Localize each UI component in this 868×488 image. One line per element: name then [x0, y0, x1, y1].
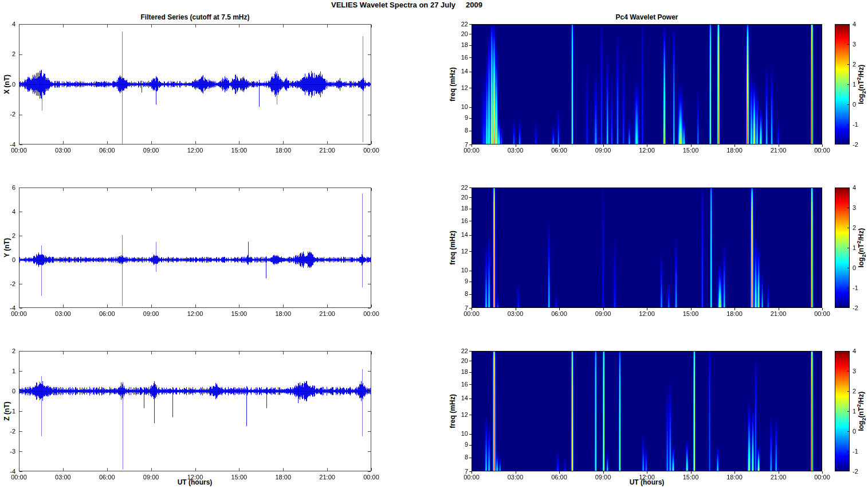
colorbar-tick-label: 4 [853, 184, 866, 192]
colorbar-tick-label: -2 [853, 141, 866, 149]
colorbar-tick-label: 2 [853, 388, 866, 395]
x-tick-label: 00:00 [7, 310, 30, 318]
freq-tick-label: 12 [452, 84, 468, 92]
freq-tick-label: 12 [452, 411, 468, 419]
filtered-series-y-plot-canvas [15, 184, 375, 311]
wavelet-spectra-figure: VELIES Wavelet Spectra on 27 July 2009 F… [0, 0, 868, 488]
freq-tick-label: 18 [452, 368, 468, 376]
freq-tick-label: 10 [452, 430, 468, 438]
freq-tick-label: 14 [452, 68, 468, 75]
freq-tick-label: 8 [452, 454, 468, 461]
x-tick-label: 15:00 [680, 310, 702, 318]
x-tick-label: 12:00 [184, 310, 207, 318]
colorbar-tick-label: -2 [853, 468, 866, 475]
x-tick-label: 00:00 [7, 474, 30, 481]
cb-label-sub: 2 [861, 91, 866, 93]
x-tick-label: 06:00 [96, 147, 119, 154]
colorbar-tick-label: 4 [853, 348, 866, 355]
wavelet-power-z-spectrogram-canvas [468, 348, 826, 475]
freq-tick-label: 16 [452, 54, 468, 61]
x-tick-label: 00:00 [460, 147, 483, 154]
y-axis-label-y: Y (nT) [3, 238, 11, 257]
x-tick-label: 03:00 [52, 147, 74, 154]
x-tick-label: 15:00 [227, 147, 250, 154]
freq-tick-label: 9 [452, 114, 468, 122]
colorbar-tick-label: 0 [853, 428, 866, 435]
wavelet-power-y-spectrogram-canvas [468, 184, 826, 311]
x-tick-label: 15:00 [680, 147, 702, 154]
y-tick-label: 4 [0, 21, 15, 28]
wavelet-power-x-spectrogram-canvas [468, 21, 826, 148]
x-tick-label: 00:00 [811, 147, 834, 154]
x-tick-label: 09:00 [140, 310, 163, 318]
x-tick-label: 09:00 [592, 474, 615, 481]
colorbar-tick-label: 2 [853, 61, 866, 68]
x-tick-label: 21:00 [767, 147, 790, 154]
x-tick-label: 03:00 [504, 474, 527, 481]
colorbar-tick-label: 1 [853, 81, 866, 88]
x-tick-label: 21:00 [316, 310, 339, 318]
x-tick-label: 21:00 [767, 310, 790, 318]
x-tick-label: 21:00 [767, 474, 790, 481]
colorbar-tick-label: 3 [853, 41, 866, 48]
x-tick-label: 09:00 [140, 147, 163, 154]
x-tick-label: 06:00 [548, 310, 571, 318]
colorbar-tick-label: -1 [853, 448, 866, 455]
x-tick-label: 18:00 [272, 310, 294, 318]
x-tick-label: 15:00 [680, 474, 702, 481]
x-tick-label: 09:00 [592, 147, 615, 154]
freq-tick-label: 10 [452, 103, 468, 111]
x-tick-label: 21:00 [316, 147, 339, 154]
freq-tick-label: 16 [452, 381, 468, 388]
x-tick-label: 15:00 [227, 474, 250, 481]
left-column-title: Filtered Series (cutoff at 7.5 mHz) [19, 13, 371, 21]
x-tick-label: 12:00 [635, 310, 658, 318]
x-tick-label: 00:00 [460, 310, 483, 318]
freq-tick-label: 20 [452, 357, 468, 365]
x-tick-label: 18:00 [723, 310, 746, 318]
y-tick-label: 4 [0, 208, 15, 216]
x-tick-label: 03:00 [52, 474, 74, 481]
y-tick-label: 0 [0, 388, 15, 395]
x-tick-label: 00:00 [7, 147, 30, 154]
x-tick-label: 00:00 [811, 474, 834, 481]
colorbar-tick-label: 1 [853, 408, 866, 415]
y-tick-label: -2 [0, 280, 15, 288]
colorbar-tick-label: 0 [853, 264, 866, 272]
x-tick-label: 18:00 [272, 474, 294, 481]
freq-tick-label: 22 [452, 184, 468, 192]
colorbar-canvas-2 [831, 184, 853, 311]
x-tick-label: 00:00 [811, 310, 834, 318]
x-tick-label: 21:00 [316, 474, 339, 481]
x-tick-label: 00:00 [360, 147, 383, 154]
x-tick-label: 12:00 [635, 474, 658, 481]
colorbar-tick-label: -1 [853, 284, 866, 292]
x-tick-label: 18:00 [723, 474, 746, 481]
x-tick-label: 18:00 [723, 147, 746, 154]
freq-tick-label: 9 [452, 441, 468, 448]
colorbar-tick-label: 3 [853, 368, 866, 375]
x-tick-label: 06:00 [96, 474, 119, 481]
colorbar-tick-label: 4 [853, 21, 866, 28]
colorbar-tick-label: 2 [853, 224, 866, 232]
figure-title: VELIES Wavelet Spectra on 27 July 2009 [0, 1, 814, 9]
colorbar-tick-label: -1 [853, 121, 866, 128]
x-tick-label: 03:00 [504, 147, 527, 154]
x-tick-label: 06:00 [96, 310, 119, 318]
x-tick-label: 03:00 [52, 310, 74, 318]
freq-tick-label: 18 [452, 205, 468, 212]
x-tick-label: 12:00 [184, 474, 207, 481]
freq-tick-label: 22 [452, 21, 468, 28]
filtered-series-z-plot-canvas [15, 348, 375, 475]
freq-tick-label: 16 [452, 217, 468, 225]
x-tick-label: 06:00 [548, 474, 571, 481]
cb-label-sup: 2 [856, 404, 862, 407]
x-tick-label: 06:00 [548, 147, 571, 154]
freq-tick-label: 8 [452, 290, 468, 298]
colorbar-canvas-3 [831, 348, 853, 475]
x-tick-label: 00:00 [460, 474, 483, 481]
freq-tick-label: 20 [452, 194, 468, 201]
freq-tick-label: 12 [452, 248, 468, 255]
y-tick-label: -3 [0, 448, 15, 455]
y-tick-label: 2 [0, 232, 15, 240]
